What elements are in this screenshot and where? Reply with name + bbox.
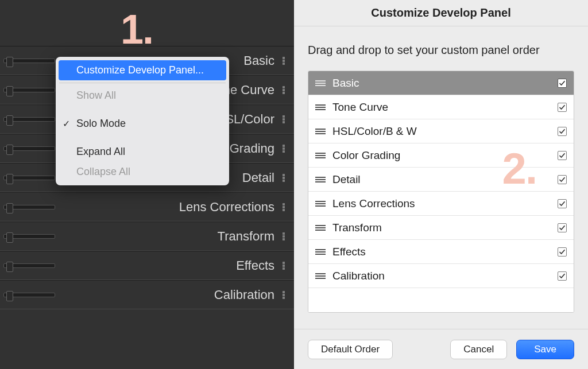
reorder-row-label: Lens Corrections (332, 197, 558, 210)
drag-handle-icon[interactable] (315, 80, 326, 86)
reorder-row-label: Effects (332, 246, 558, 258)
context-menu: Customize Develop Panel... Show All ✓ So… (56, 57, 229, 185)
drag-handle-icon[interactable] (315, 153, 326, 158)
reorder-row-label: Transform (332, 222, 558, 234)
reorder-row-label: Color Grading (332, 149, 558, 162)
triangle-collapsed-icon[interactable] (283, 145, 285, 153)
checkmark-icon: ✓ (63, 118, 70, 129)
slider-stub (3, 117, 55, 122)
panel-reorder-list: BasicTone CurveHSL/Color/B & WColor Grad… (308, 71, 574, 313)
dialog-title: Customize Develop Panel (371, 6, 510, 20)
dialog-instruction: Drag and drop to set your custom panel o… (308, 44, 574, 57)
menu-separator (59, 83, 226, 83)
reorder-row[interactable]: Basic (308, 71, 574, 95)
triangle-collapsed-icon[interactable] (283, 262, 285, 270)
reorder-row[interactable]: HSL/Color/B & W (308, 119, 574, 143)
menu-item-label: Solo Mode (76, 118, 126, 130)
menu-item-customize-develop-panel[interactable]: Customize Develop Panel... (59, 60, 226, 80)
slider-stub (3, 176, 55, 180)
visibility-checkbox[interactable] (558, 151, 567, 160)
slider-stub (3, 205, 55, 209)
menu-item-label: Customize Develop Panel... (76, 64, 204, 76)
reorder-row[interactable]: Lens Corrections (308, 192, 574, 216)
drag-handle-icon[interactable] (315, 201, 326, 207)
reorder-row[interactable]: Color Grading (308, 143, 574, 168)
panel-row-calibration[interactable]: Calibration (0, 280, 294, 309)
visibility-checkbox[interactable] (558, 199, 567, 208)
visibility-checkbox[interactable] (558, 79, 567, 88)
triangle-collapsed-icon[interactable] (283, 203, 285, 211)
lightroom-develop-panel: 1. Basic Tone Curve HSL/Color Color Grad… (0, 0, 294, 369)
triangle-collapsed-icon[interactable] (283, 291, 285, 299)
menu-item-label: Expand All (76, 146, 125, 158)
dialog-footer: Default Order Cancel Save (294, 329, 588, 369)
triangle-collapsed-icon[interactable] (283, 57, 285, 65)
reorder-blank-row (308, 288, 574, 312)
dialog-titlebar: Customize Develop Panel (294, 0, 588, 26)
reorder-row-label: Calibration (332, 270, 558, 282)
button-label: Cancel (463, 344, 494, 355)
reorder-row[interactable]: Tone Curve (308, 95, 574, 119)
drag-handle-icon[interactable] (315, 273, 326, 279)
reorder-row-label: Tone Curve (332, 101, 558, 114)
panel-row-effects[interactable]: Effects (0, 251, 294, 280)
menu-item-expand-all[interactable]: Expand All (56, 142, 229, 162)
drag-handle-icon[interactable] (315, 249, 326, 255)
reorder-row[interactable]: Effects (308, 240, 574, 264)
reorder-row-label: HSL/Color/B & W (332, 125, 558, 138)
menu-item-show-all: Show All (56, 86, 229, 106)
slider-stub (3, 263, 55, 268)
customize-develop-dialog: Customize Develop Panel Drag and drop to… (294, 0, 588, 369)
panel-row-lens-corrections[interactable]: Lens Corrections (0, 192, 294, 222)
panel-label: Lens Corrections (179, 200, 274, 215)
menu-item-label: Collapse All (76, 166, 130, 178)
panel-label: Detail (242, 170, 274, 185)
slider-stub (3, 146, 55, 151)
triangle-collapsed-icon[interactable] (283, 174, 285, 182)
triangle-collapsed-icon[interactable] (283, 115, 285, 123)
slider-stub (3, 234, 55, 239)
reorder-row[interactable]: Calibration (308, 264, 574, 288)
drag-handle-icon[interactable] (315, 177, 326, 182)
reorder-row[interactable]: Detail (308, 168, 574, 192)
menu-item-solo-mode[interactable]: ✓ Solo Mode (56, 114, 229, 134)
reorder-row-label: Detail (332, 173, 558, 186)
visibility-checkbox[interactable] (558, 271, 567, 281)
menu-item-collapse-all: Collapse All (56, 162, 229, 182)
visibility-checkbox[interactable] (558, 175, 567, 184)
reorder-row[interactable]: Transform (308, 216, 574, 240)
slider-stub (3, 88, 55, 92)
visibility-checkbox[interactable] (558, 247, 567, 257)
panel-row-transform[interactable]: Transform (0, 222, 294, 251)
save-button[interactable]: Save (516, 340, 574, 359)
drag-handle-icon[interactable] (315, 129, 326, 134)
panel-label: Transform (218, 229, 274, 244)
dialog-body: Drag and drop to set your custom panel o… (294, 26, 588, 329)
default-order-button[interactable]: Default Order (308, 340, 393, 359)
drag-handle-icon[interactable] (315, 104, 326, 110)
panel-label: Effects (236, 258, 274, 273)
panel-label: Calibration (214, 288, 274, 302)
visibility-checkbox[interactable] (558, 127, 567, 136)
slider-stub (3, 293, 55, 297)
triangle-collapsed-icon[interactable] (283, 232, 285, 240)
drag-handle-icon[interactable] (315, 225, 326, 231)
reorder-row-label: Basic (332, 77, 558, 90)
visibility-checkbox[interactable] (558, 223, 567, 232)
slider-stub (3, 59, 55, 63)
cancel-button[interactable]: Cancel (450, 340, 507, 359)
triangle-collapsed-icon[interactable] (283, 86, 285, 94)
menu-item-label: Show All (76, 90, 116, 102)
button-label: Default Order (321, 344, 380, 355)
panel-label: Basic (243, 53, 274, 68)
visibility-checkbox[interactable] (558, 103, 567, 112)
button-label: Save (534, 344, 556, 355)
